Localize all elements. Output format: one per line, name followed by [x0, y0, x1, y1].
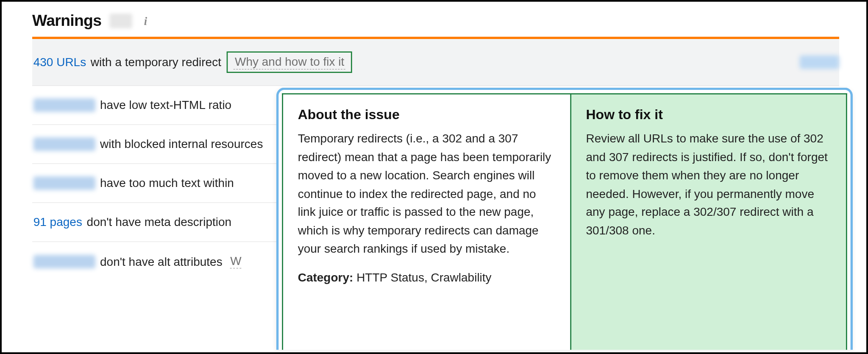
- issue-description: with blocked internal resources: [100, 137, 263, 151]
- issue-description: don't have meta description: [87, 215, 232, 229]
- category-label: Category:: [298, 270, 353, 284]
- issue-count-link[interactable]: 430 URLs: [33, 56, 86, 69]
- issue-help-popover: About the issue Temporary redirects (i.e…: [276, 88, 853, 350]
- fix-body: Review all URLs to make sure the use of …: [586, 129, 831, 240]
- why-and-how-link-fragment[interactable]: W: [230, 254, 241, 268]
- why-and-how-link[interactable]: Why and how to fix it: [234, 54, 345, 70]
- fix-heading: How to fix it: [586, 107, 831, 123]
- warnings-count-obscured: [109, 14, 132, 28]
- fix-pane: How to fix it Review all URLs to make su…: [571, 93, 847, 350]
- issue-description: have low text-HTML ratio: [100, 98, 231, 112]
- about-body: Temporary redirects (i.e., a 302 and a 3…: [298, 129, 556, 258]
- warnings-title: Warnings: [32, 12, 101, 30]
- about-pane: About the issue Temporary redirects (i.e…: [282, 93, 571, 350]
- row-action-obscured: [800, 56, 839, 69]
- issue-description: have too much text within: [100, 176, 234, 190]
- issue-count-obscured: [33, 176, 96, 190]
- warnings-header: Warnings i: [32, 12, 839, 30]
- category-line: Category: HTTP Status, Crawlability: [298, 268, 556, 287]
- issue-row[interactable]: 430 URLs with a temporary redirect Why a…: [32, 39, 839, 86]
- issue-description: with a temporary redirect: [91, 56, 221, 69]
- issue-description: don't have alt attributes: [100, 255, 223, 268]
- issue-count-obscured: [33, 255, 96, 268]
- info-icon[interactable]: i: [140, 15, 151, 27]
- category-value: HTTP Status, Crawlability: [353, 270, 491, 284]
- issue-count-link[interactable]: 91 pages: [33, 215, 82, 229]
- about-heading: About the issue: [298, 107, 556, 123]
- hint-highlight-box: Why and how to fix it: [227, 51, 352, 73]
- issue-count-obscured: [33, 137, 96, 151]
- issue-count-obscured: [33, 98, 96, 112]
